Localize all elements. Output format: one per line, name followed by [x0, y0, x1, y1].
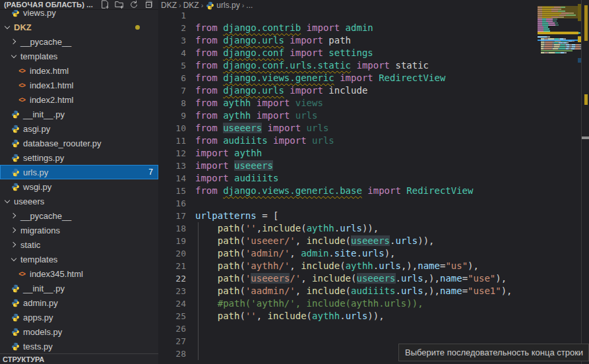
- code-line-12[interactable]: 12import aythh: [158, 147, 580, 160]
- code-line-1[interactable]: 1: [158, 9, 580, 22]
- new-folder-icon[interactable]: [115, 0, 124, 9]
- tree-file-index-html[interactable]: <>index.html: [0, 63, 158, 78]
- tree-file-asgi-py[interactable]: asgi.py: [0, 121, 158, 136]
- code-line-3[interactable]: 3from django.urls import path: [158, 34, 580, 47]
- code-text: from useeers import urls: [186, 122, 328, 135]
- code-text: import useeers: [186, 160, 273, 172]
- tree-item-label: migrations: [20, 226, 60, 235]
- line-number: 14: [158, 172, 186, 185]
- tree-item-label: templates: [20, 255, 57, 264]
- tree-file-tests-py[interactable]: tests.py: [0, 339, 158, 353]
- tree-folder--pycache-[interactable]: __pycache__: [0, 34, 158, 49]
- html-file-icon: <>: [17, 269, 26, 278]
- tree-item-label: database_roouter.py: [23, 138, 102, 148]
- line-number: 15: [158, 185, 186, 197]
- explorer-section-header[interactable]: (РАБОЧАЯ ОБЛАСТЬ) ...: [0, 0, 158, 10]
- chevron-right-icon: [11, 38, 17, 45]
- code-line-15[interactable]: 15from django.views.generic.base import …: [158, 185, 580, 197]
- tree-folder-migrations[interactable]: migrations: [0, 223, 158, 237]
- line-number: 17: [158, 210, 186, 222]
- tree-file-models-py[interactable]: models.py: [0, 324, 158, 339]
- code-line-8[interactable]: 8from aythh import views: [158, 97, 580, 109]
- code-line-22[interactable]: 22 path('useeers/', include(useeers.urls…: [158, 272, 580, 285]
- breadcrumb-item[interactable]: DKZ: [161, 1, 177, 10]
- minimap-decoration: [538, 40, 581, 41]
- tree-file-settings-py[interactable]: settings.py: [0, 150, 158, 165]
- minimap[interactable]: [538, 4, 581, 71]
- python-file-icon: [11, 153, 20, 162]
- code-line-23[interactable]: 23 path('aadmin/', include(audiiits.urls…: [158, 285, 580, 297]
- line-number: 22: [158, 272, 186, 285]
- tree-file--init-py[interactable]: __init__.py: [0, 281, 158, 295]
- line-number: 13: [158, 160, 186, 172]
- tree-item-label: tests.py: [23, 342, 53, 351]
- collapse-all-icon[interactable]: [144, 0, 153, 9]
- code-text: [186, 335, 195, 348]
- overview-ruler-scrollbar[interactable]: [582, 0, 589, 364]
- code-line-10[interactable]: 10from useeers import urls: [158, 122, 580, 135]
- tree-file-wsgi-py[interactable]: wsgi.py: [0, 179, 158, 194]
- new-file-icon[interactable]: [100, 0, 109, 9]
- tree-folder-templates[interactable]: templates: [0, 252, 158, 266]
- breadcrumb-item[interactable]: urls.py: [216, 1, 239, 10]
- code-line-21[interactable]: 21 path('aythh/', include(aythh.urls,),n…: [158, 260, 580, 272]
- code-line-11[interactable]: 11from audiiits import urls: [158, 135, 580, 147]
- code-text: urlpatterns = [: [186, 210, 278, 222]
- code-line-7[interactable]: 7from django.urls import include: [158, 84, 580, 97]
- tree-file-index1-html[interactable]: <>index1.html: [0, 78, 158, 92]
- code-line-2[interactable]: 2from django.contrib import admin: [158, 22, 580, 34]
- tree-file-database-roouter-py[interactable]: database_roouter.py: [0, 136, 158, 150]
- code-text: from django.contrib import admin: [186, 22, 373, 34]
- line-number: 10: [158, 122, 186, 135]
- indent-guide: [198, 222, 199, 360]
- code-line-26[interactable]: 26: [158, 322, 580, 335]
- line-number: 24: [158, 297, 186, 310]
- outline-section-header[interactable]: СТРУКТУРА: [0, 353, 158, 364]
- code-line-24[interactable]: 24 #path('aythh/', include(aythh.urls)),: [158, 297, 580, 310]
- line-number: 18: [158, 222, 186, 235]
- code-text: path('admin/', admin.site.urls),: [186, 247, 396, 260]
- tree-folder--pycache-[interactable]: __pycache__: [0, 208, 158, 223]
- python-file-icon: [11, 298, 20, 307]
- code-line-17[interactable]: 17urlpatterns = [: [158, 210, 580, 222]
- code-text: [186, 322, 195, 335]
- python-file-icon: [11, 327, 20, 336]
- python-file-icon: [11, 124, 20, 133]
- code-text: import aythh: [186, 147, 262, 160]
- code-line-20[interactable]: 20 path('admin/', admin.site.urls),: [158, 247, 580, 260]
- tree-folder-useeers[interactable]: useeers: [0, 194, 158, 208]
- code-line-6[interactable]: 6from django.views.generic import Redire…: [158, 72, 580, 84]
- line-number: 11: [158, 135, 186, 147]
- code-line-9[interactable]: 9from aythh import urls: [158, 109, 580, 122]
- tree-file-index2-html[interactable]: <>index2.html: [0, 92, 158, 107]
- outline-section-label: СТРУКТУРА: [3, 355, 44, 363]
- code-text: [186, 197, 195, 210]
- python-file-icon: [11, 138, 20, 148]
- breadcrumb-item[interactable]: DKZ: [183, 1, 199, 10]
- code-line-18[interactable]: 18 path('',include(aythh.urls)),: [158, 222, 580, 235]
- code-text: from aythh import urls: [186, 109, 317, 122]
- breadcrumb-item[interactable]: ...: [246, 1, 253, 10]
- tree-file-apps-py[interactable]: apps.py: [0, 310, 158, 324]
- code-line-16[interactable]: 16: [158, 197, 580, 210]
- line-number: 8: [158, 97, 186, 109]
- line-number: 9: [158, 109, 186, 122]
- tree-folder-dkz[interactable]: DKZ: [0, 20, 158, 34]
- tree-folder-templates[interactable]: templates: [0, 49, 158, 63]
- code-area[interactable]: 12from django.contrib import admin3from …: [158, 9, 580, 360]
- line-number: 19: [158, 235, 186, 247]
- tree-file-index345-html[interactable]: <>index345.html: [0, 266, 158, 281]
- tree-file-urls-py[interactable]: urls.py7: [0, 165, 158, 179]
- code-line-5[interactable]: 5from django.conf.urls.static import sta…: [158, 59, 580, 72]
- tree-item-label: admin.py: [23, 298, 58, 308]
- tree-folder-static[interactable]: static: [0, 237, 158, 252]
- tree-file-admin-py[interactable]: admin.py: [0, 295, 158, 310]
- code-line-13[interactable]: 13import useeers: [158, 160, 580, 172]
- code-line-14[interactable]: 14import audiiits: [158, 172, 580, 185]
- tree-file--init-py[interactable]: __init__.py: [0, 107, 158, 121]
- ruler-mark: [582, 136, 589, 139]
- refresh-icon[interactable]: [129, 0, 139, 9]
- code-line-19[interactable]: 19 path('useeer/', include(useeers.urls)…: [158, 235, 580, 247]
- code-line-4[interactable]: 4from django.conf import settings: [158, 47, 580, 59]
- code-line-25[interactable]: 25 path('', include(aythh.urls)),: [158, 310, 580, 322]
